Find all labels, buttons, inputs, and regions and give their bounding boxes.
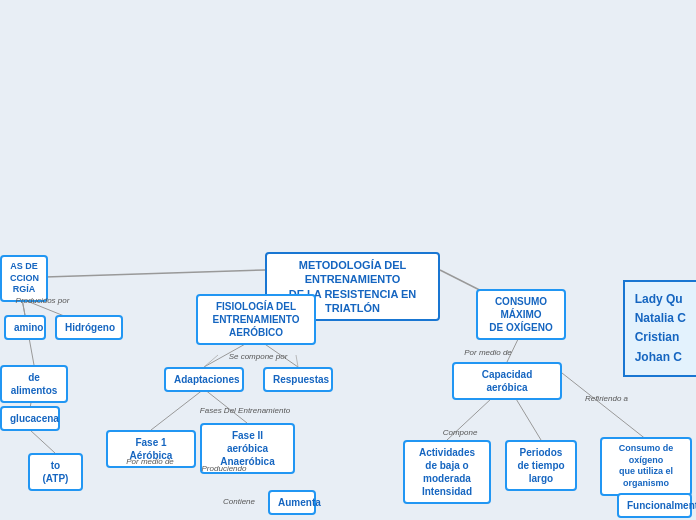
fisiologia-node: FISIOLOGÍA DEL ENTRENAMIENTO AERÓBICO [196, 294, 316, 345]
consumo-org-node: Consumo de oxígeno que utiliza el organi… [600, 437, 692, 496]
por-medio-de-fase-label: Por medio de [115, 453, 185, 471]
author-2: Natalia C [635, 309, 686, 328]
actividades-node: Actividades de baja o moderada Intensida… [403, 440, 491, 504]
svg-line-17 [30, 430, 55, 453]
hidrogeno-node: Hidrógeno [55, 315, 123, 340]
mindmap-canvas: METODOLOGÍA DEL ENTRENAMIENTO DE LA RESI… [0, 0, 696, 520]
respuestas-node: Respuestas [263, 367, 333, 392]
fases-del-label: Fases Del Entrenamiento [190, 402, 300, 420]
adaptaciones-node: Adaptaciones [164, 367, 244, 392]
author-1: Lady Qu [635, 290, 686, 309]
aumenta-node: Aumenta [268, 490, 316, 515]
svg-line-2 [45, 270, 265, 277]
capacidad-aerobica-node: Capacidad aeróbica [452, 362, 562, 400]
periodos-node: Periodos de tiempo largo [505, 440, 577, 491]
produciendo-label: Produciendo [189, 460, 259, 478]
alimentos-node: de alimentos [0, 365, 68, 403]
authors-box: Lady Qu Natalia C Cristian Johan C [623, 280, 696, 377]
svg-line-5 [204, 355, 218, 367]
por-medio-de-label: Por medio de [453, 344, 523, 362]
consumo-node: CONSUMO MÁXIMO DE OXÍGENO [476, 289, 566, 340]
glucacena-node: glucacena [0, 406, 60, 431]
producidos-por-label: Producidos por [5, 292, 80, 310]
author-3: Cristian [635, 328, 686, 347]
se-compone-label: Se compone por [218, 348, 298, 366]
amino-node: amino [4, 315, 46, 340]
funcionalmente-node: Funcionalmente... [617, 493, 692, 518]
atp-node: to (ATP) [28, 453, 83, 491]
contiene-label: Contiene [213, 493, 265, 511]
refiriendo-label: Refiriendo a [574, 390, 639, 408]
author-4: Johan C [635, 348, 686, 367]
